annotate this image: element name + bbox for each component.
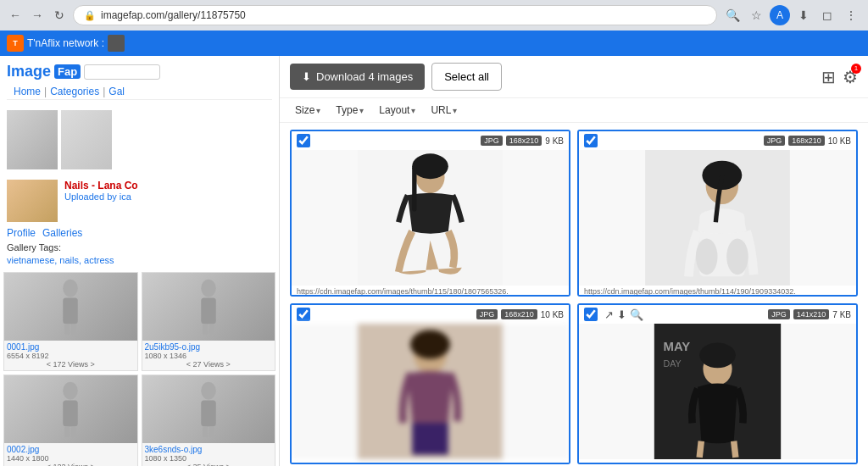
network-text: T'nAflix network : [27,37,104,49]
image-url-1: https://cdn.imagefap.com/images/thumb/11… [292,286,569,297]
svg-point-42 [699,342,736,368]
item-name: 0002.jpg [7,445,135,454]
lock-icon: 🔒 [84,10,96,21]
chevron-down-icon: ▾ [359,106,364,115]
list-item[interactable]: 0001.jpg 6554 x 8192 < 172 Views > [3,272,138,371]
svg-point-8 [64,382,79,400]
image-preview-4[interactable]: MAY DAY [579,324,856,459]
reload-button[interactable]: ↻ [51,7,68,24]
item-views: < 122 Views > [7,463,135,466]
item-views: < 35 Views > [145,463,273,466]
item-size: 1440 x 1800 [7,454,135,463]
forward-button[interactable]: → [29,7,46,24]
item-size: 6554 x 8192 [7,352,135,360]
save-icon[interactable]: ⬇ [617,308,626,321]
back-button[interactable]: ← [7,7,24,24]
image-url-4 [579,459,856,463]
thumb-2[interactable] [61,110,112,169]
item-size: 1080 x 1350 [145,454,273,463]
bookmark-icon[interactable]: ☆ [746,5,766,25]
image-card-2: JPG 168x210 10 KB [577,130,858,297]
site-search-input[interactable] [84,64,160,80]
settings-badge: 1 [851,64,861,74]
dimensions-badge: 141x210 [793,309,830,319]
svg-rect-27 [412,166,416,211]
ext-network-label: T T'nAflix network : [7,35,125,52]
svg-rect-10 [64,426,70,437]
item-size: 1080 x 1346 [145,352,273,360]
menu-icon[interactable]: ⋮ [841,5,861,25]
card-header: JPG 168x210 10 KB [579,131,856,150]
layout-filter[interactable]: Layout ▾ [374,102,420,119]
card-meta: JPG 168x210 10 KB [476,309,564,319]
image-preview-3[interactable] [292,324,569,459]
gallery-tags[interactable]: vietnamese, nails, actress [0,254,279,269]
nav-home[interactable]: Home [14,86,41,97]
card-checkbox-3[interactable] [297,308,310,321]
svg-point-36 [410,330,450,358]
type-filter[interactable]: Type ▾ [331,102,369,119]
svg-rect-14 [203,426,208,437]
svg-rect-37 [412,423,448,454]
card-checkbox-2[interactable] [584,134,598,147]
list-item[interactable]: 0002.jpg 1440 x 1800 < 122 Views > [3,374,138,466]
card-header: ↗ ⬇ 🔍 JPG 141x210 7 KB [579,305,856,324]
share-icon[interactable]: ↗ [604,308,614,321]
image-card-3: JPG 168x210 10 KB [290,303,570,464]
svg-point-33 [726,239,748,275]
address-bar[interactable]: 🔒 imagefap.com/gallery/11875750 [73,5,717,25]
thumb-1[interactable] [7,110,58,169]
settings-button[interactable]: ⚙ 1 [843,67,858,87]
download-label: Download 4 images [316,70,413,83]
chevron-down-icon: ▾ [411,106,415,115]
gallery-cover [7,180,58,222]
dimensions-badge: 168x210 [506,136,542,146]
card-meta: JPG 168x210 10 KB [764,136,851,146]
card-header: JPG 168x210 10 KB [292,305,569,324]
size-filter[interactable]: Size ▾ [290,102,326,119]
svg-rect-2 [64,324,70,335]
gallery-uploader: Uploaded by ica [64,191,138,202]
filesize-text: 7 KB [832,310,851,319]
item-views: < 172 Views > [7,360,135,369]
list-item[interactable]: 3ke6snds-o.jpg 1080 x 1350 < 35 Views > [142,374,276,466]
image-preview-1[interactable] [292,150,569,286]
item-name: 0001.jpg [7,342,135,352]
website-panel: Image Fap Home | Categories | Gal Nails … [0,56,280,466]
profile-link[interactable]: Profile [7,227,36,239]
card-checkbox-4[interactable] [584,308,598,321]
chevron-down-icon: ▾ [453,106,457,115]
list-item[interactable]: 2u5ikb95-o.jpg 1080 x 1346 < 27 Views > [142,272,276,371]
image-url-3 [292,459,569,463]
image-preview-2[interactable] [579,150,856,286]
download-browser-icon[interactable]: ⬇ [793,5,814,25]
ext-logo: T [7,35,24,52]
nav-gal[interactable]: Gal [108,86,125,97]
format-badge: JPG [476,309,498,319]
svg-point-12 [201,382,216,400]
dimensions-badge: 168x210 [501,309,537,319]
svg-text:DAY: DAY [664,358,682,369]
profile-icon[interactable]: A [770,5,790,25]
gallery-list: 0001.jpg 6554 x 8192 < 172 Views > 2u5ik… [0,269,279,466]
extension-panel: ⬇ Download 4 images Select all ⊞ ⚙ 1 Siz… [280,56,868,466]
item-name: 2u5ikb95-o.jpg [145,342,273,352]
zoom-icon[interactable]: 🔍 [630,308,643,321]
svg-text:MAY: MAY [664,339,691,353]
tags-label: Gallery Tags: [0,241,279,254]
svg-rect-13 [201,401,216,427]
svg-point-0 [64,280,79,297]
tab-icon[interactable]: ◻ [817,5,837,25]
gallery-title: Nails - Lana Co [64,180,138,191]
ext-header: ⬇ Download 4 images Select all ⊞ ⚙ 1 [280,56,868,98]
select-all-button[interactable]: Select all [431,63,502,91]
nav-categories[interactable]: Categories [50,86,99,97]
card-checkbox-1[interactable] [297,134,310,147]
item-views: < 27 Views > [145,360,273,369]
image-card-4: ↗ ⬇ 🔍 JPG 141x210 7 KB M [577,303,858,464]
url-filter[interactable]: URL ▾ [426,102,462,119]
download-button[interactable]: ⬇ Download 4 images [290,64,425,90]
galleries-link[interactable]: Galleries [42,227,82,239]
grid-view-icon[interactable]: ⊞ [821,67,836,87]
search-icon[interactable]: 🔍 [722,5,743,25]
